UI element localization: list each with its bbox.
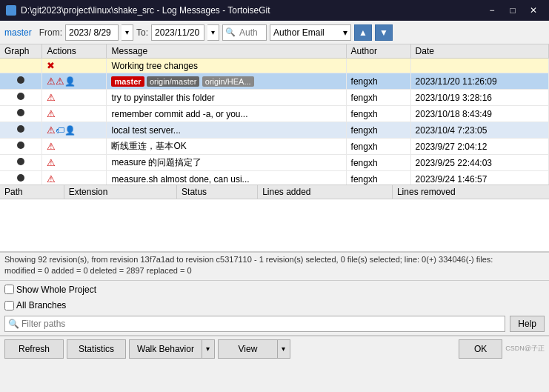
table-row[interactable]: ⚠measure 的问题搞定了fengxh2023/9/25 22:44:03 bbox=[0, 155, 549, 171]
cell-actions: ⚠🏷👤 bbox=[42, 122, 107, 139]
cell-date: 2023/11/20 11:26:09 bbox=[410, 73, 548, 90]
error-icon: ⚠ bbox=[47, 76, 56, 87]
detail-col-path: Path bbox=[0, 185, 64, 199]
col-header-graph: Graph bbox=[0, 44, 42, 59]
status-line1: Showing 92 revision(s), from revision 13… bbox=[4, 254, 545, 265]
cell-actions: ⚠ bbox=[42, 155, 107, 171]
table-row[interactable]: ⚠try to pyinstaller this folderfengxh202… bbox=[0, 90, 549, 106]
all-branches-checkbox[interactable] bbox=[4, 301, 14, 310]
col-header-message: Message bbox=[107, 44, 346, 59]
author-search-input[interactable] bbox=[222, 24, 267, 41]
toolbar: master From: ▾ To: ▾ 🔍 Author Email ▾ ▲ … bbox=[0, 21, 549, 44]
title-bar: D:\git2023\project\linux\shake_src - Log… bbox=[0, 0, 549, 21]
cell-date: 2023/10/19 3:28:16 bbox=[410, 90, 548, 106]
view-button[interactable]: View bbox=[218, 339, 277, 359]
cell-message: local test server... bbox=[107, 122, 346, 139]
master-branch-link[interactable]: master bbox=[4, 27, 32, 38]
cell-graph bbox=[0, 122, 42, 139]
person-icon: 👤 bbox=[64, 76, 76, 87]
cell-author: fengxh bbox=[346, 90, 410, 106]
footer-left: Refresh Statistics Walk Behavior ▾ View … bbox=[4, 339, 290, 359]
cell-author bbox=[346, 59, 410, 73]
error-icon2: ⚠ bbox=[56, 76, 64, 87]
walk-behavior-button[interactable]: Walk Behavior bbox=[129, 339, 202, 359]
svg-point-5 bbox=[17, 158, 24, 165]
refresh-button[interactable]: Refresh bbox=[4, 339, 64, 359]
col-header-author: Author bbox=[346, 44, 410, 59]
options-bar: Show Whole Project bbox=[0, 280, 549, 298]
badge-origin-master: origin/master bbox=[147, 76, 200, 87]
maximize-button[interactable]: □ bbox=[503, 3, 522, 18]
col-header-actions: Actions bbox=[42, 44, 107, 59]
walk-behavior-split: Walk Behavior ▾ bbox=[129, 339, 215, 359]
svg-point-6 bbox=[17, 174, 24, 182]
detail-col-lines-removed: Lines removed bbox=[392, 185, 549, 199]
show-whole-project-label[interactable]: Show Whole Project bbox=[4, 285, 96, 295]
footer-bar: Refresh Statistics Walk Behavior ▾ View … bbox=[0, 336, 549, 361]
table-row[interactable]: ⚠measure.sh almost done, can usi...fengx… bbox=[0, 171, 549, 186]
error-icon: ⚠ bbox=[47, 124, 56, 136]
ok-button[interactable]: OK bbox=[459, 339, 502, 359]
show-whole-project-checkbox[interactable] bbox=[4, 285, 14, 294]
cell-message: master origin/master origin/HEA... bbox=[107, 73, 346, 90]
details-pane: Path Extension Status Lines added Lines … bbox=[0, 185, 549, 252]
tag-icon: 🏷 bbox=[56, 125, 64, 136]
cell-message: measure 的问题搞定了 bbox=[107, 155, 346, 171]
minimize-button[interactable]: − bbox=[482, 3, 502, 18]
svg-point-4 bbox=[17, 142, 24, 149]
filter-paths-input[interactable] bbox=[4, 316, 505, 332]
log-table: Graph Actions Message Author Date ✖Worki… bbox=[0, 44, 549, 185]
col-header-date: Date bbox=[410, 44, 548, 59]
cell-graph bbox=[0, 73, 42, 90]
view-dropdown[interactable]: ▾ bbox=[277, 339, 290, 359]
cell-graph bbox=[0, 155, 42, 171]
error-icon: ⚠ bbox=[47, 173, 56, 185]
cell-message: try to pyinstaller this folder bbox=[107, 90, 346, 106]
cell-date: 2023/10/18 8:43:49 bbox=[410, 106, 548, 122]
error-icon: ⚠ bbox=[47, 92, 56, 103]
close-button[interactable]: ✕ bbox=[524, 3, 543, 18]
from-label: From: bbox=[39, 27, 62, 38]
watermark: CSDN@子正 bbox=[505, 344, 545, 353]
table-row[interactable]: ⚠🏷👤local test server...fengxh2023/10/4 7… bbox=[0, 122, 549, 139]
cell-message: remember commit add -a, or you... bbox=[107, 106, 346, 122]
cell-actions: ⚠ bbox=[42, 139, 107, 155]
cell-author: fengxh bbox=[346, 122, 410, 139]
from-date-dropdown[interactable]: ▾ bbox=[122, 24, 133, 41]
cell-actions: ⚠ bbox=[42, 171, 107, 186]
cell-graph bbox=[0, 59, 42, 73]
error-icon: ✖ bbox=[47, 60, 55, 71]
walk-behavior-dropdown[interactable]: ▾ bbox=[202, 339, 215, 359]
filter-type-label: Author Email bbox=[273, 27, 325, 38]
table-row[interactable]: ⚠remember commit add -a, or you...fengxh… bbox=[0, 106, 549, 122]
all-branches-text: All Branches bbox=[16, 300, 66, 310]
table-row[interactable]: ✖Working tree changes bbox=[0, 59, 549, 73]
table-row[interactable]: ⚠⚠👤 master origin/master origin/HEA... f… bbox=[0, 73, 549, 90]
to-date-input[interactable] bbox=[151, 24, 204, 41]
to-date-dropdown[interactable]: ▾ bbox=[207, 24, 219, 41]
nav-down-button[interactable]: ▼ bbox=[375, 24, 393, 41]
to-label: To: bbox=[136, 27, 148, 38]
svg-point-2 bbox=[17, 109, 24, 116]
cell-graph bbox=[0, 171, 42, 186]
tortoisegit-icon bbox=[6, 5, 16, 16]
show-whole-project-text: Show Whole Project bbox=[16, 285, 96, 295]
filter-type-dropdown[interactable]: Author Email ▾ bbox=[270, 24, 351, 41]
help-button[interactable]: Help bbox=[510, 316, 545, 332]
cell-message: Working tree changes bbox=[107, 59, 346, 73]
cell-actions: ⚠⚠👤 bbox=[42, 73, 107, 90]
cell-message: measure.sh almost done, can usi... bbox=[107, 171, 346, 186]
cell-date: 2023/9/24 1:46:57 bbox=[410, 171, 548, 186]
from-date-input[interactable] bbox=[65, 24, 119, 41]
cell-graph bbox=[0, 106, 42, 122]
error-icon: ⚠ bbox=[47, 157, 56, 168]
status-line2: modified = 0 added = 0 deleted = 2897 re… bbox=[4, 265, 545, 276]
statistics-button[interactable]: Statistics bbox=[67, 339, 126, 359]
error-icon: ⚠ bbox=[47, 141, 56, 152]
nav-up-button[interactable]: ▲ bbox=[354, 24, 372, 41]
cell-actions: ⚠ bbox=[42, 90, 107, 106]
person-icon2: 👤 bbox=[64, 125, 76, 136]
title-bar-controls: − □ ✕ bbox=[482, 3, 543, 18]
table-row[interactable]: ⚠断线重连，基本OKfengxh2023/9/27 2:04:12 bbox=[0, 139, 549, 155]
all-branches-label[interactable]: All Branches bbox=[4, 300, 66, 310]
